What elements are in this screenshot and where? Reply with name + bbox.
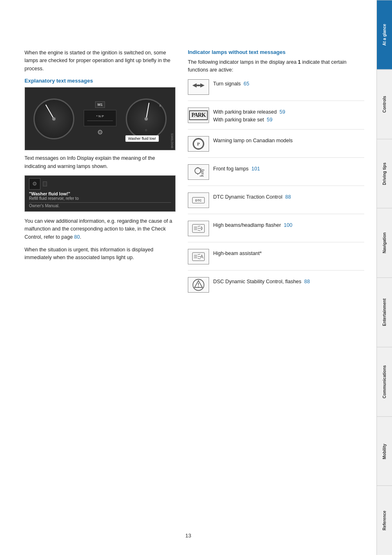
svg-line-10	[201, 172, 203, 172]
turn-signals-desc: Turn signals 65	[213, 79, 364, 88]
warning-canadian-desc: Warning lamp on Canadian models	[213, 136, 364, 145]
svg-line-25	[198, 254, 200, 255]
svg-line-20	[198, 230, 200, 231]
sidebar-tab-mobility[interactable]: Mobility	[377, 416, 392, 486]
dtc-icon-box: DTC	[188, 192, 209, 208]
dtc-icon: DTC	[192, 194, 205, 207]
left-gauge	[33, 98, 74, 139]
high-beams-page[interactable]: 100	[284, 222, 292, 228]
caption-text: Text messages on Info Display explain th…	[24, 154, 176, 170]
front-fog-desc: Front fog lamps 101	[213, 164, 364, 173]
sidebar-tab-reference[interactable]: Reference	[377, 486, 392, 555]
sidebar-tab-label-communications: Communications	[382, 365, 387, 398]
sidebar-tab-driving-tips[interactable]: Driving tips	[377, 139, 392, 208]
lamp-row-front-fog: Front fog lamps 101	[188, 164, 364, 186]
svg-line-11	[201, 173, 203, 174]
sidebar-tab-label-mobility: Mobility	[382, 443, 387, 459]
left-column: When the engine is started or the igniti…	[24, 49, 176, 305]
dsc-label: DSC Dynamic Stability Control, flashes	[213, 279, 301, 284]
dash-display: * N P ―――――――――	[84, 110, 116, 126]
dtc-desc: DTC Dynamic Traction Control 88	[213, 192, 364, 201]
park-icon-box: PARK	[188, 107, 209, 123]
lamp-row-parking-brake: PARK With parking brake released 59 With…	[188, 107, 364, 130]
area-number: 1	[298, 59, 301, 65]
parking-brake-line2: With parking brake set	[213, 117, 264, 123]
svg-line-7	[201, 168, 201, 169]
info-display-row: "Washer fluid low!" Refill fluid reservo…	[29, 191, 171, 201]
turn-signal-icon	[192, 81, 205, 94]
sidebar-tab-label-driving-tips: Driving tips	[382, 162, 387, 185]
info-subtitle: Refill fluid reservoir, refer to	[29, 196, 171, 201]
svg-line-27	[198, 258, 200, 259]
lamp-row-dtc: DTC DTC Dynamic Traction Control 88	[188, 192, 364, 214]
lamp-row-dsc: ! DSC Dynamic Stability Control, flashes…	[188, 277, 364, 298]
intro-paragraph: When the engine is started or the igniti…	[24, 49, 176, 73]
m1-badge: M1	[95, 101, 105, 108]
two-column-layout: When the engine is started or the igniti…	[24, 49, 364, 305]
speed-label: 6	[159, 104, 161, 107]
turn-signals-label: Turn signals	[213, 81, 241, 87]
high-beams-desc: High beams/headlamp flasher 100	[213, 221, 364, 229]
park-icon: PARK	[189, 110, 208, 120]
info-header-row: ⚙	[29, 178, 171, 190]
front-fog-page[interactable]: 101	[252, 166, 260, 172]
sidebar-tab-label-reference: Reference	[382, 510, 387, 530]
front-fog-label: Front fog lamps	[213, 166, 249, 172]
page-ref-80[interactable]: 80	[74, 234, 80, 240]
sidebar-tab-label-entertainment: Entertainment	[382, 299, 387, 326]
parking-brake-page1[interactable]: 59	[280, 109, 285, 115]
dashboard-image: M1 * N P ――――――――― ⚙ 6 0	[24, 87, 176, 150]
additional-text-2: When the situation is urgent, this infor…	[24, 246, 176, 262]
washer-fluid-label: Washer fluid low!	[125, 135, 159, 142]
parking-brake-desc: With parking brake released 59 With park…	[213, 107, 364, 124]
additional-text-part1: You can view additional information, e.g…	[24, 218, 172, 240]
warning-canadian-icon-box: P	[188, 136, 209, 152]
intro-part1: The following indicator lamps in the dis…	[188, 59, 296, 65]
washer-icon: ⚙	[97, 128, 103, 136]
right-gauge: 6 0	[126, 98, 167, 139]
sidebar-tab-controls[interactable]: Controls	[377, 69, 392, 139]
info-display-box: ⚙ "Washer fluid low!" Refill fluid reser…	[24, 175, 176, 212]
gauge-center-left	[52, 117, 56, 121]
high-beam-assistant-icon-box	[188, 249, 209, 264]
svg-marker-1	[198, 83, 204, 87]
dtc-page[interactable]: 88	[285, 194, 291, 200]
svg-text:P: P	[197, 141, 200, 146]
info-text-block: "Washer fluid low!" Refill fluid reservo…	[29, 191, 171, 201]
dsc-page[interactable]: 88	[304, 279, 310, 284]
additional-text: You can view additional information, e.g…	[24, 217, 176, 241]
explanatory-heading: Explanatory text messages	[24, 78, 176, 84]
svg-point-5	[195, 168, 200, 174]
dash-middle: M1 * N P ――――――――― ⚙	[84, 101, 116, 136]
main-content: When the engine is started or the igniti…	[0, 0, 376, 555]
lamp-row-warning-canadian: P Warning lamp on Canadian models	[188, 136, 364, 158]
front-fog-icon-box	[188, 164, 209, 180]
sidebar-tab-navigation[interactable]: Navigation	[377, 208, 392, 278]
indicator-lamps-heading: Indicator lamps without text messages	[188, 49, 364, 55]
warning-canadian-icon: P	[192, 137, 205, 150]
high-beam-assistant-icon	[192, 250, 205, 263]
indicator-intro: The following indicator lamps in the dis…	[188, 58, 364, 74]
high-beam-assistant-label: High-beam assistant*	[213, 251, 262, 256]
turn-signal-icon-box	[188, 79, 209, 95]
gauge-center-right	[145, 117, 148, 121]
right-column: Indicator lamps without text messages Th…	[188, 49, 364, 305]
image-credit: S340LD048	[171, 133, 174, 148]
turn-signals-page[interactable]: 65	[244, 81, 249, 87]
info-minus-icon	[43, 181, 47, 186]
info-washer-icon: ⚙	[29, 178, 40, 190]
sidebar-tab-communications[interactable]: Communications	[377, 347, 392, 416]
dsc-icon: !	[192, 278, 205, 291]
sidebar-tab-at-a-glance[interactable]: At a glance	[377, 0, 392, 69]
sidebar-tab-label-controls: Controls	[382, 96, 387, 113]
sidebar-tab-entertainment[interactable]: Entertainment	[377, 278, 392, 347]
parking-brake-page2[interactable]: 59	[267, 117, 272, 123]
svg-text:DTC: DTC	[195, 199, 202, 202]
lamp-row-turn-signals: Turn signals 65	[188, 79, 364, 101]
dsc-desc: DSC Dynamic Stability Control, flashes 8…	[213, 277, 364, 286]
high-beam-assistant-desc: High-beam assistant*	[213, 249, 364, 257]
page-number: 13	[185, 528, 191, 543]
dash-display-bar: ―――――――――	[87, 119, 113, 122]
dsc-icon-box: !	[188, 277, 209, 293]
gauge-needle-right	[146, 103, 149, 119]
